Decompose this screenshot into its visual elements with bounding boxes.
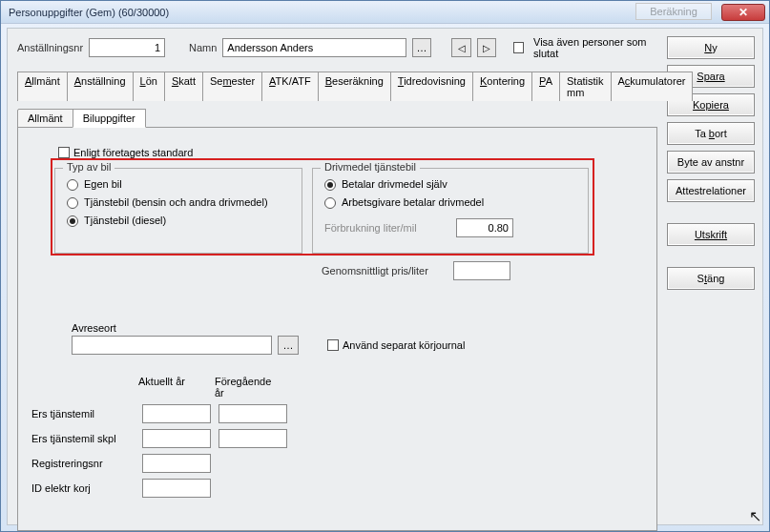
tab-ackumulatorer[interactable]: Ackumulatorer: [611, 72, 694, 101]
subtab-allmänt[interactable]: Allmänt: [17, 109, 73, 128]
radio-typ-2[interactable]: [67, 215, 78, 227]
separat-korjournal-checkbox[interactable]: [327, 339, 339, 351]
radio-driv-label-0: Betalar drivmedel själv: [342, 178, 447, 190]
radio-driv-1[interactable]: [324, 197, 336, 209]
separat-korjournal-label: Använd separat körjournal: [343, 339, 465, 351]
next-button[interactable]: ▷: [477, 38, 496, 57]
mouse-cursor-icon: ↖: [749, 507, 761, 525]
main-tabbar: AllmäntAnställningLönSkattSemesterATK/AT…: [17, 71, 657, 101]
year-row-label-3: ID elektr korj: [31, 482, 135, 494]
anstnr-input[interactable]: [89, 38, 165, 57]
top-row: Anställningsnr Namn … ◁ ▷ Visa även pers…: [17, 36, 657, 59]
standard-checkbox[interactable]: [58, 147, 70, 158]
year-row-label-2: Registreringsnr: [31, 458, 135, 469]
show-ended-checkbox[interactable]: [513, 42, 524, 53]
radio-typ-label-1: Tjänstebil (bensin och andra drivmedel): [84, 196, 268, 208]
radio-driv-0[interactable]: [324, 179, 336, 191]
col-foregaende: Föregående år: [215, 376, 283, 399]
ghost-button: Beräkning: [635, 3, 712, 20]
year-cur-2[interactable]: [142, 454, 211, 473]
avreseort-browse-button[interactable]: …: [278, 336, 299, 355]
inner-panel: Enligt företagets standard Typ av bil Eg…: [45, 147, 630, 366]
avreseort-input[interactable]: [72, 336, 272, 355]
group-typ-av-bil: Typ av bil Egen bilTjänstebil (bensin oc…: [54, 168, 302, 254]
close-button[interactable]: ✕: [721, 4, 765, 21]
tab-kontering[interactable]: Kontering: [472, 72, 532, 101]
tab-tidredovisning[interactable]: Tidredovisning: [390, 72, 473, 101]
year-prev-1[interactable]: [219, 429, 287, 448]
tab-anst-llning[interactable]: Anställning: [67, 72, 134, 101]
sub-tabbar: AllmäntBiluppgifter: [17, 109, 657, 128]
subtab-biluppgifter[interactable]: Biluppgifter: [73, 109, 146, 128]
tabort-button[interactable]: Ta bort: [667, 122, 755, 145]
pris-label: Genomsnittligt pris/liter: [322, 265, 446, 276]
tab-l-n[interactable]: Lön: [133, 72, 165, 101]
prev-button[interactable]: ◁: [451, 38, 470, 57]
standard-row: Enligt företagets standard: [58, 147, 630, 158]
utskrift-button[interactable]: Utskrift: [667, 223, 755, 246]
pris-input[interactable]: [453, 261, 510, 280]
year-cur-3[interactable]: [142, 479, 211, 498]
byte-anstnr-button[interactable]: Byte av anstnr: [667, 151, 755, 174]
forbrukning-label: Förbrukning liter/mil: [324, 222, 448, 234]
show-ended-label: Visa även personer som slutat: [533, 36, 657, 59]
group-typ-legend: Typ av bil: [63, 161, 114, 173]
year-cur-1[interactable]: [142, 429, 211, 448]
year-table: Aktuellt år Föregående år Ers tjänstemil…: [31, 376, 287, 498]
radio-typ-label-0: Egen bil: [84, 178, 122, 190]
radio-typ-1[interactable]: [67, 197, 78, 209]
forbrukning-input[interactable]: [456, 218, 513, 237]
year-row-label-0: Ers tjänstemil: [31, 408, 135, 419]
group-drivmedel: Drivmedel tjänstebil Betalar drivmedel s…: [312, 168, 589, 254]
window-title: Personuppgifter (Gem) (60/30000): [9, 7, 721, 18]
tab-pa[interactable]: PA: [531, 72, 560, 101]
namn-input[interactable]: [222, 38, 406, 57]
tab-semester[interactable]: Semester: [202, 72, 262, 101]
avreseort-block: Avreseort … Använd separat körjournal: [72, 322, 465, 355]
year-cur-0[interactable]: [142, 404, 211, 423]
tab-skatt[interactable]: Skatt: [164, 72, 203, 101]
radio-driv-label-1: Arbetsgivare betalar drivmedel: [342, 196, 484, 208]
group-driv-legend: Drivmedel tjänstebil: [321, 161, 420, 173]
radio-typ-label-2: Tjänstebil (diesel): [84, 215, 166, 226]
year-prev-0[interactable]: [219, 404, 287, 423]
col-aktuellt: Aktuellt år: [138, 376, 207, 399]
tab-atk-atf[interactable]: ATK/ATF: [261, 72, 319, 101]
namn-browse-button[interactable]: …: [412, 38, 431, 57]
radio-typ-0[interactable]: [67, 179, 78, 191]
main-tabs: AllmäntAnställningLönSkattSemesterATK/AT…: [17, 71, 657, 531]
anstnr-label: Anställningsnr: [17, 42, 83, 53]
attest-button[interactable]: Attestrelationer: [667, 179, 755, 202]
namn-label: Namn: [189, 42, 217, 53]
client-area: Anställningsnr Namn … ◁ ▷ Visa även pers…: [7, 28, 763, 525]
tab-statistik-mm[interactable]: Statistik mm: [559, 72, 612, 101]
sub-panel: Enligt företagets standard Typ av bil Eg…: [17, 127, 657, 531]
window-frame: Personuppgifter (Gem) (60/30000) ✕ Beräk…: [0, 0, 770, 532]
tab-beser-kning[interactable]: Beseräkning: [318, 72, 391, 101]
below-groups: Genomsnittligt pris/liter: [322, 257, 589, 280]
tab-allm-nt[interactable]: Allmänt: [17, 72, 68, 101]
year-row-label-1: Ers tjänstemil skpl: [31, 433, 135, 444]
stang-button[interactable]: Stäng: [667, 267, 755, 290]
ny-button[interactable]: Ny: [667, 36, 755, 59]
avreseort-label: Avreseort: [72, 322, 465, 334]
standard-label: Enligt företagets standard: [73, 147, 193, 158]
